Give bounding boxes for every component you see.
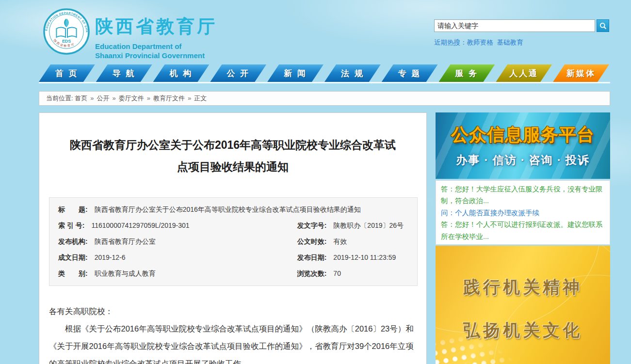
meta-label: 公文时效:: [297, 234, 327, 250]
meta-cell: 类 别:职业教育与成人教育: [49, 266, 289, 282]
meta-cell: 浏览次数:70: [289, 266, 417, 282]
breadcrumb-label: 当前位置:: [46, 95, 75, 102]
meta-label: 标 题:: [58, 202, 88, 218]
nav-tab-topics[interactable]: 专 题: [382, 64, 438, 82]
banner2-line2: 弘扬机关文化: [436, 319, 610, 342]
meta-row: 发布机构:陕西省教育厅办公室公文时效:有效: [49, 234, 417, 250]
meta-row: 索 引 号:11610000741297059L/2019-301发文字号:陕教…: [49, 218, 417, 234]
meta-row: 成文日期:2019-12-6发布日期:2019-12-10 11:23:59: [49, 250, 417, 266]
meta-cell: 成文日期:2019-12-6: [49, 250, 289, 266]
search-button[interactable]: [597, 19, 609, 32]
meta-row: 类 别:职业教育与成人教育浏览次数:70: [49, 266, 417, 282]
nav-tab-renrentong[interactable]: 人人通: [496, 64, 552, 82]
meta-label: 发文字号:: [297, 218, 327, 234]
nav-tab-navigate[interactable]: 导 航: [96, 64, 152, 82]
meta-cell: 公文时效:有效: [289, 234, 417, 250]
meta-value: 陕教职办〔2019〕26号: [333, 218, 404, 234]
meta-label: 类 别:: [58, 266, 88, 282]
breadcrumb-item-1[interactable]: 首页: [75, 95, 87, 102]
banner1-subtitle: 办事 · 信访 · 咨询 · 投诉: [436, 153, 610, 168]
qa-item-answer[interactable]: 答：您好！个人不可以进行报到证改派。建议您联系所在学校毕业...: [441, 219, 605, 242]
site-name-cn: 陕西省教育厅: [95, 15, 217, 39]
qa-item-question[interactable]: 问：个人能否直接办理改派手续: [441, 207, 605, 219]
search-input[interactable]: [434, 19, 595, 32]
meta-value: 70: [333, 266, 341, 282]
breadcrumb-separator: »: [90, 95, 94, 102]
article-panel: 陕西省教育厅办公室关于公布2016年高等职业院校专业综合改革试点项目验收结果的通…: [39, 112, 427, 364]
meta-cell: 发布日期:2019-12-10 11:23:59: [289, 250, 417, 266]
hot-search: 近期热搜：教师资格基础教育: [434, 38, 611, 47]
site-logo[interactable]: EDUCATION DEPARTMENT OF SHAANXI 陕西省教育厅 E…: [43, 8, 90, 55]
nav-tab-home[interactable]: 首 页: [39, 64, 95, 82]
agency-culture-banner[interactable]: 践行机关精神 弘扬机关文化: [436, 246, 610, 364]
breadcrumb-separator: »: [112, 95, 115, 102]
meta-value: 2019-12-10 11:23:59: [333, 250, 396, 266]
meta-cell: 发布机构:陕西省教育厅办公室: [49, 234, 289, 250]
breadcrumb-separator: »: [147, 95, 150, 102]
search-icon: [599, 22, 607, 30]
site-name-en: Education Department of Shaanxi Provinci…: [95, 42, 217, 60]
breadcrumb-item-2[interactable]: 公开: [97, 95, 109, 102]
hot-search-link-2[interactable]: 基础教育: [497, 39, 523, 46]
article-body: 各有关高职院校：根据《关于公布2016年高等职业院校专业综合改革试点项目的通知》…: [49, 302, 417, 364]
qa-item-answer[interactable]: 答：您好！大学生应征入伍服义务兵役，没有专业限制，符合政治...: [441, 183, 605, 207]
nav-tab-law[interactable]: 法 规: [324, 64, 381, 82]
nav-tab-newmedia[interactable]: 新媒体: [553, 64, 609, 82]
breadcrumb: 当前位置: 首页»公开»委厅文件»教育厅文件»正文: [39, 91, 610, 106]
qa-list: 答：您好！大学生应征入伍服义务兵役，没有专业限制，符合政治...问：个人能否直接…: [436, 180, 610, 245]
search-area: 近期热搜：教师资格基础教育: [434, 19, 611, 47]
article-title: 陕西省教育厅办公室关于公布2016年高等职业院校专业综合改革试点项目验收结果的通…: [65, 134, 400, 178]
breadcrumb-item-3[interactable]: 委厅文件: [119, 95, 144, 102]
meta-row: 标 题:陕西省教育厅办公室关于公布2016年高等职业院校专业综合改革试点项目验收…: [49, 202, 417, 218]
meta-value: 陕西省教育厅办公室: [95, 234, 156, 250]
article-paragraph: 各有关高职院校：: [49, 302, 417, 320]
meta-label: 成文日期:: [58, 250, 88, 266]
meta-label: 发布机构:: [58, 234, 88, 250]
meta-label: 浏览次数:: [297, 266, 327, 282]
meta-value: 陕西省教育厅办公室关于公布2016年高等职业院校专业综合改革试点项目验收结果的通…: [95, 202, 361, 218]
svg-text:EDS: EDS: [62, 39, 71, 44]
meta-value: 职业教育与成人教育: [95, 266, 156, 282]
nav-tab-org[interactable]: 机 构: [153, 64, 210, 82]
breadcrumb-separator: »: [188, 95, 191, 102]
nav-tab-open[interactable]: 公 开: [210, 64, 266, 82]
banner2-line1: 践行机关精神: [436, 276, 610, 299]
meta-cell: 发文字号:陕教职办〔2019〕26号: [289, 218, 417, 234]
meta-cell: 索 引 号:11610000741297059L/2019-301: [49, 218, 289, 234]
article-meta-table: 标 题:陕西省教育厅办公室关于公布2016年高等职业院校专业综合改革试点项目验收…: [49, 197, 418, 286]
main-nav: 首 页导 航机 构公 开新 闻法 规专 题服 务人人通新媒体: [39, 64, 610, 83]
nav-tab-news[interactable]: 新 闻: [267, 64, 324, 82]
meta-value: 有效: [333, 234, 347, 250]
public-info-service-banner[interactable]: 公众信息服务平台 办事 · 信访 · 咨询 · 投诉: [436, 112, 610, 179]
banner1-title: 公众信息服务平台: [436, 123, 610, 147]
article-paragraph: 根据《关于公布2016年高等职业院校专业综合改革试点项目的通知》（陕教高办〔20…: [49, 320, 417, 364]
meta-value: 11610000741297059L/2019-301: [91, 218, 189, 234]
meta-label: 发布日期:: [297, 250, 327, 266]
breadcrumb-item-5: 正文: [194, 95, 207, 102]
breadcrumb-item-4[interactable]: 教育厅文件: [153, 95, 185, 102]
meta-label: 索 引 号:: [58, 218, 84, 234]
meta-cell: 标 题:陕西省教育厅办公室关于公布2016年高等职业院校专业综合改革试点项目验收…: [49, 202, 417, 218]
nav-tab-service[interactable]: 服 务: [439, 64, 495, 82]
meta-value: 2019-12-6: [95, 250, 126, 266]
education-department-seal-icon: EDUCATION DEPARTMENT OF SHAANXI 陕西省教育厅 E…: [43, 8, 90, 55]
hot-search-link-1[interactable]: 教师资格: [467, 39, 493, 46]
site-title: 陕西省教育厅 Education Department of Shaanxi P…: [95, 15, 217, 60]
hot-search-label: 近期热搜：: [434, 39, 467, 46]
